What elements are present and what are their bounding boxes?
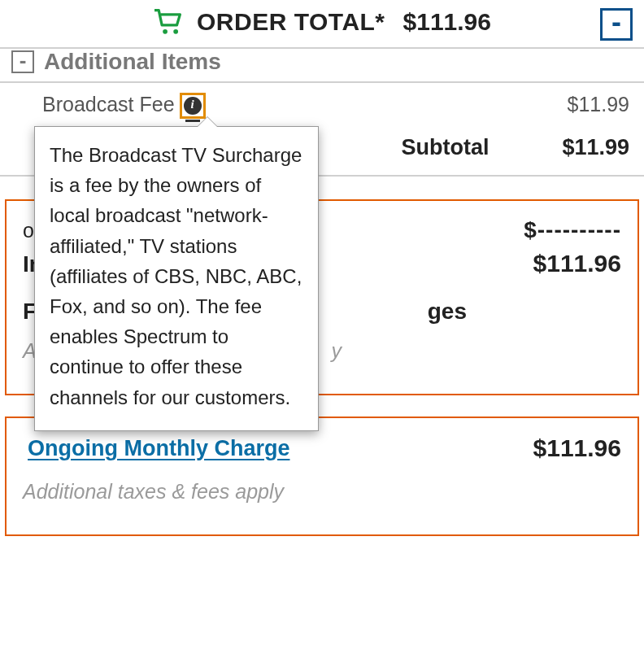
tooltip-text: The Broadcast TV Surcharge is a fee by t… xyxy=(50,144,302,408)
initial-value: $111.96 xyxy=(533,250,621,277)
broadcast-fee-row: Broadcast Fee $11.99 xyxy=(0,83,644,125)
svg-point-0 xyxy=(163,29,168,34)
one-time-value: $---------- xyxy=(524,217,621,243)
order-total-value: $111.96 xyxy=(403,8,491,36)
order-total-label: ORDER TOTAL* xyxy=(197,8,385,36)
info-icon xyxy=(184,97,202,115)
svg-point-1 xyxy=(173,29,178,34)
subtotal-label: Subtotal xyxy=(401,135,489,160)
additional-items-header: - Additional Items xyxy=(0,49,644,83)
ongoing-monthly-value: $111.96 xyxy=(533,434,621,462)
card1-note-right: y xyxy=(332,339,342,363)
card2-note: Additional taxes & fees apply xyxy=(23,480,621,504)
broadcast-fee-tooltip: The Broadcast TV Surcharge is a fee by t… xyxy=(34,126,319,431)
order-total-header: ORDER TOTAL* $111.96 - xyxy=(0,0,644,49)
broadcast-fee-value: $11.99 xyxy=(568,93,629,116)
broadcast-fee-label: Broadcast Fee xyxy=(42,93,175,116)
section-collapse-button[interactable]: - xyxy=(11,50,34,73)
section-title: Additional Items xyxy=(44,49,221,75)
ongoing-monthly-link[interactable]: Ongoing Monthly Charge xyxy=(28,436,289,461)
tooltip-arrow-icon xyxy=(198,117,217,127)
info-icon-button[interactable] xyxy=(180,93,206,119)
ongoing-charges-card: Ongoing Monthly Charge $111.96 Additiona… xyxy=(5,417,639,536)
collapse-button[interactable]: - xyxy=(600,8,633,41)
first-month-heading-right: ges xyxy=(428,299,467,325)
subtotal-value: $11.99 xyxy=(562,135,629,160)
cart-icon xyxy=(153,8,184,36)
